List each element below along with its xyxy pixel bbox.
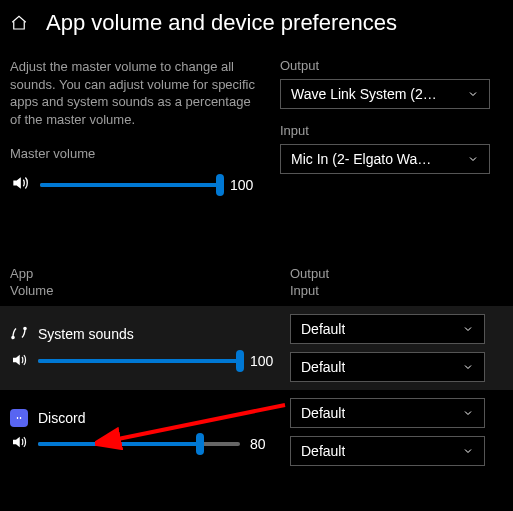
description-text: Adjust the master volume to change all s… — [10, 58, 260, 128]
master-volume-slider[interactable] — [40, 183, 220, 187]
master-volume-label: Master volume — [10, 146, 260, 161]
system-sounds-icon — [10, 324, 28, 345]
input-label: Input — [280, 123, 503, 138]
app-output-dropdown[interactable]: Default — [290, 398, 485, 428]
app-input-value: Default — [301, 359, 345, 375]
speaker-icon[interactable] — [10, 173, 30, 196]
app-input-dropdown[interactable]: Default — [290, 352, 485, 382]
output-device-value: Wave Link System (2… — [291, 86, 437, 102]
app-volume-value: 80 — [250, 436, 280, 452]
chevron-down-icon — [462, 323, 474, 335]
column-header-input: Input — [290, 283, 329, 300]
app-volume-value: 100 — [250, 353, 280, 369]
app-output-dropdown[interactable]: Default — [290, 314, 485, 344]
output-device-dropdown[interactable]: Wave Link System (2… — [280, 79, 490, 109]
app-input-dropdown[interactable]: Default — [290, 436, 485, 466]
app-name: System sounds — [38, 326, 134, 342]
discord-icon — [10, 409, 28, 427]
input-device-dropdown[interactable]: Mic In (2- Elgato Wa… — [280, 144, 490, 174]
column-header-output: Output — [290, 266, 329, 283]
input-device-value: Mic In (2- Elgato Wa… — [291, 151, 431, 167]
app-name: Discord — [38, 410, 85, 426]
speaker-icon[interactable] — [10, 433, 28, 454]
home-icon[interactable] — [10, 14, 28, 32]
page-title: App volume and device preferences — [46, 10, 397, 36]
chevron-down-icon — [467, 88, 479, 100]
app-output-value: Default — [301, 405, 345, 421]
svg-point-0 — [12, 336, 14, 338]
chevron-down-icon — [462, 407, 474, 419]
chevron-down-icon — [467, 153, 479, 165]
app-row-discord: Discord 80 Default Default — [0, 390, 513, 474]
app-output-value: Default — [301, 321, 345, 337]
column-header-app: App — [10, 266, 290, 283]
app-volume-slider[interactable] — [38, 359, 240, 363]
chevron-down-icon — [462, 361, 474, 373]
svg-point-1 — [24, 327, 26, 329]
app-input-value: Default — [301, 443, 345, 459]
chevron-down-icon — [462, 445, 474, 457]
column-header-volume: Volume — [10, 283, 290, 300]
output-label: Output — [280, 58, 503, 73]
master-volume-value: 100 — [230, 177, 260, 193]
app-volume-slider[interactable] — [38, 442, 240, 446]
speaker-icon[interactable] — [10, 351, 28, 372]
app-row-system-sounds: System sounds 100 Default Default — [0, 306, 513, 390]
